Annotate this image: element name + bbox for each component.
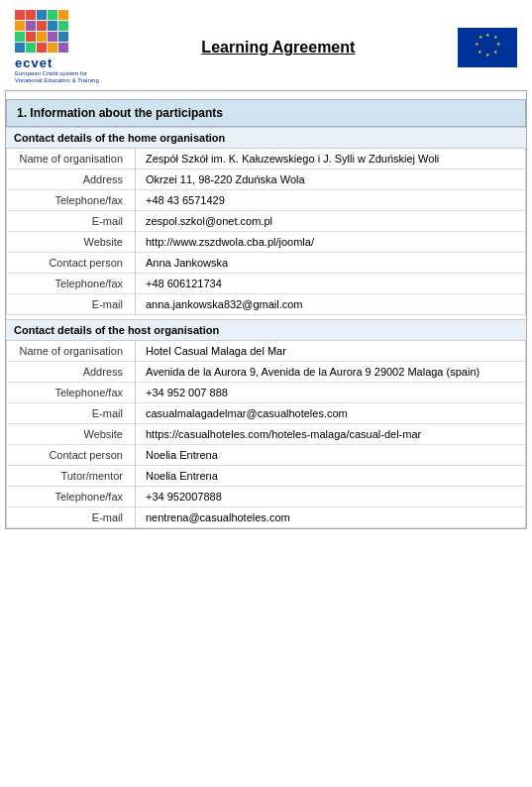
- host-org-table: Name of organisation Hotel Casual Malaga…: [6, 341, 526, 528]
- table-row: Website https://casualhoteles.com/hotele…: [7, 424, 526, 445]
- eu-flag-icon: ★ ★ ★ ★ ★ ★ ★ ★: [458, 28, 517, 67]
- table-row: Website http://www.zszdwola.cba.pl/jooml…: [7, 232, 526, 253]
- host-address-label: Address: [7, 362, 136, 383]
- address-label: Address: [7, 169, 136, 190]
- table-row: Name of organisation Hotel Casual Malaga…: [7, 341, 526, 362]
- section1-container: 1. Information about the participants Co…: [5, 90, 527, 529]
- name-label: Name of organisation: [7, 149, 136, 169]
- contact-label: Contact person: [7, 253, 136, 274]
- page-title: Learning Agreement: [99, 39, 458, 56]
- ecvet-label: ecvet: [15, 56, 53, 70]
- home-org-header: Contact details of the home organisation: [6, 127, 526, 149]
- host-website-value: https://casualhoteles.com/hoteles-malaga…: [136, 424, 526, 445]
- table-row: Tutor/mentor Noelia Entrena: [7, 466, 526, 487]
- telephone2-label: Telephone/fax: [7, 274, 136, 294]
- table-row: Telephone/fax +48 43 6571429: [7, 190, 526, 211]
- table-row: Address Okrzei 11, 98-220 Zduńska Wola: [7, 169, 526, 190]
- host-tutor-value: Noelia Entrena: [136, 466, 526, 487]
- host-email2-value: nentrena@casualhoteles.com: [136, 507, 526, 528]
- email-label: E-mail: [7, 211, 136, 232]
- logo-area: ecvet European Credit system forVocation…: [15, 10, 99, 84]
- host-address-value: Avenida de la Aurora 9, Avenida de la Au…: [136, 362, 526, 383]
- host-telephone2-value: +34 952007888: [136, 487, 526, 507]
- email-value: zespol.szkol@onet.com.pl: [136, 211, 526, 232]
- table-row: E-mail anna.jankowska832@gmail.com: [7, 294, 526, 315]
- host-contact-label: Contact person: [7, 445, 136, 466]
- host-tutor-label: Tutor/mentor: [7, 466, 136, 487]
- website-value: http://www.zszdwola.cba.pl/joomla/: [136, 232, 526, 253]
- contact-value: Anna Jankowska: [136, 253, 526, 274]
- table-row: Address Avenida de la Aurora 9, Avenida …: [7, 362, 526, 383]
- host-email-label: E-mail: [7, 403, 136, 424]
- name-value: Zespół Szkół im. K. Kałuzewskiego i J. S…: [136, 149, 526, 169]
- host-website-label: Website: [7, 424, 136, 445]
- email2-value: anna.jankowska832@gmail.com: [136, 294, 526, 315]
- host-telephone-label: Telephone/fax: [7, 383, 136, 403]
- host-name-label: Name of organisation: [7, 341, 136, 362]
- table-row: Contact person Noelia Entrena: [7, 445, 526, 466]
- host-email2-label: E-mail: [7, 507, 136, 528]
- address-value: Okrzei 11, 98-220 Zduńska Wola: [136, 169, 526, 190]
- telephone-label: Telephone/fax: [7, 190, 136, 211]
- logo-blocks: [15, 10, 68, 53]
- telephone-value: +48 43 6571429: [136, 190, 526, 211]
- host-telephone2-label: Telephone/fax: [7, 487, 136, 507]
- host-contact-value: Noelia Entrena: [136, 445, 526, 466]
- ecvet-sub-label: European Credit system forVocational Edu…: [15, 70, 99, 84]
- host-org-header: Contact details of the host organisation: [6, 319, 526, 341]
- table-row: E-mail nentrena@casualhoteles.com: [7, 507, 526, 528]
- section1-header: 1. Information about the participants: [6, 99, 526, 127]
- table-row: E-mail zespol.szkol@onet.com.pl: [7, 211, 526, 232]
- website-label: Website: [7, 232, 136, 253]
- table-row: Telephone/fax +34 952 007 888: [7, 383, 526, 403]
- home-org-table: Name of organisation Zespół Szkół im. K.…: [6, 149, 526, 315]
- table-row: Contact person Anna Jankowska: [7, 253, 526, 274]
- table-row: Telephone/fax +48 606121734: [7, 274, 526, 294]
- page-header: ecvet European Credit system forVocation…: [0, 0, 532, 90]
- table-row: Name of organisation Zespół Szkół im. K.…: [7, 149, 526, 169]
- email2-label: E-mail: [7, 294, 136, 315]
- telephone2-value: +48 606121734: [136, 274, 526, 294]
- page-title-area: Learning Agreement: [99, 39, 458, 56]
- host-name-value: Hotel Casual Malaga del Mar: [136, 341, 526, 362]
- table-row: E-mail casualmalagadelmar@casualhoteles.…: [7, 403, 526, 424]
- host-email-value: casualmalagadelmar@casualhoteles.com: [136, 403, 526, 424]
- host-telephone-value: +34 952 007 888: [136, 383, 526, 403]
- table-row: Telephone/fax +34 952007888: [7, 487, 526, 507]
